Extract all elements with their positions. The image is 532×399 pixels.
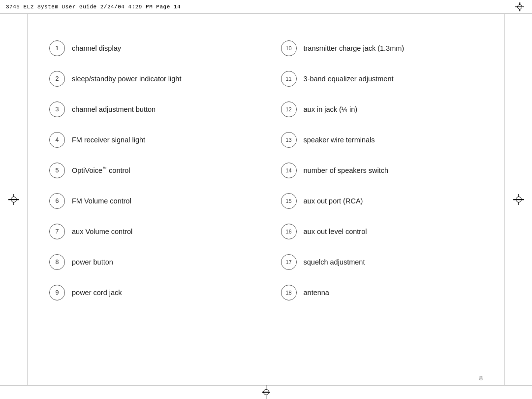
side-crosshair-right-icon	[505, 192, 532, 207]
item-number: 13	[281, 132, 297, 148]
item-number: 2	[49, 71, 65, 87]
item-number: 6	[49, 193, 65, 209]
item-label: FM receiver signal light	[72, 135, 145, 145]
list-item: 113-band equalizer adjustment	[281, 70, 483, 88]
item-number: 4	[49, 132, 65, 148]
item-label: transmitter charge jack (1.3mm)	[304, 44, 405, 53]
footer-bar	[0, 385, 532, 399]
list-item: 15aux out port (RCA)	[281, 192, 483, 210]
item-number: 11	[281, 71, 297, 87]
list-item: 14number of speakers switch	[281, 162, 483, 179]
item-label: aux in jack (¼ in)	[304, 105, 358, 114]
item-number: 8	[49, 254, 65, 270]
margin-line-left	[27, 14, 28, 385]
list-item: 5OptiVoice™ control	[49, 162, 251, 179]
list-item: 16aux out level control	[281, 223, 483, 240]
item-label: 3-band equalizer adjustment	[304, 74, 394, 84]
item-label: OptiVoice™ control	[72, 166, 130, 175]
item-label: squelch adjustment	[304, 258, 365, 267]
list-item: 13speaker wire terminals	[281, 131, 483, 149]
item-number: 7	[49, 224, 65, 239]
main-content: 1channel display2sleep/standby power ind…	[49, 39, 483, 374]
item-label: aux out port (RCA)	[304, 197, 363, 206]
list-item: 2sleep/standby power indicator light	[49, 70, 251, 88]
header-crosshair-icon	[515, 2, 524, 11]
list-item: 17squelch adjustment	[281, 253, 483, 271]
item-label: power cord jack	[72, 288, 122, 298]
item-label: channel adjustment button	[72, 105, 156, 114]
list-item: 1channel display	[49, 39, 251, 57]
left-column: 1channel display2sleep/standby power ind…	[49, 39, 271, 374]
item-number: 17	[281, 254, 297, 270]
list-item: 9power cord jack	[49, 284, 251, 301]
list-item: 10transmitter charge jack (1.3mm)	[281, 39, 483, 57]
header-bar: 3745 EL2 System User Guide 2/24/04 4:29 …	[0, 0, 532, 14]
list-item: 6FM Volume control	[49, 192, 251, 210]
item-label: channel display	[72, 44, 121, 53]
item-label: antenna	[304, 288, 329, 298]
header-text: 3745 EL2 System User Guide 2/24/04 4:29 …	[6, 4, 513, 10]
item-number: 5	[49, 163, 65, 178]
item-number: 14	[281, 163, 297, 178]
item-number: 9	[49, 285, 65, 300]
list-item: 18antenna	[281, 284, 483, 301]
list-item: 3channel adjustment button	[49, 100, 251, 118]
list-item: 7aux Volume control	[49, 223, 251, 240]
item-number: 18	[281, 285, 297, 300]
item-label: aux out level control	[304, 227, 367, 236]
page-number: 8	[479, 374, 483, 382]
item-number: 16	[281, 224, 297, 239]
right-column: 10transmitter charge jack (1.3mm)113-ban…	[271, 39, 483, 374]
item-label: aux Volume control	[72, 227, 132, 236]
footer-crosshair-icon	[260, 385, 272, 399]
item-label: speaker wire terminals	[304, 135, 375, 145]
item-label: number of speakers switch	[304, 166, 388, 175]
item-number: 15	[281, 193, 297, 209]
list-item: 4FM receiver signal light	[49, 131, 251, 149]
item-label: sleep/standby power indicator light	[72, 74, 181, 84]
list-item: 12aux in jack (¼ in)	[281, 100, 483, 118]
item-number: 1	[49, 40, 65, 56]
list-item: 8power button	[49, 253, 251, 271]
side-crosshair-left-icon	[0, 192, 27, 207]
item-number: 10	[281, 40, 297, 56]
item-label: power button	[72, 258, 113, 267]
item-number: 12	[281, 101, 297, 117]
item-label: FM Volume control	[72, 197, 131, 206]
item-number: 3	[49, 101, 65, 117]
